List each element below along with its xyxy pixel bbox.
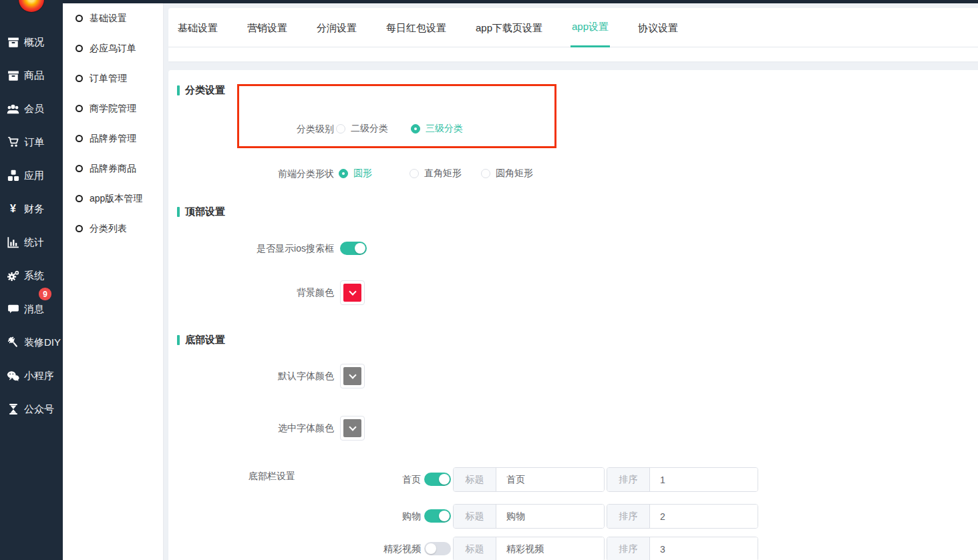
- tab-daily-redpacket-settings[interactable]: 每日红包设置: [385, 8, 448, 47]
- circle-icon: [75, 75, 83, 82]
- sort-input[interactable]: [650, 537, 758, 560]
- default-font-color-label: 默认字体颜色: [168, 369, 334, 382]
- radio-option-label: 圆角矩形: [496, 168, 533, 180]
- tab-agreement-settings[interactable]: 协议设置: [637, 8, 679, 47]
- radio-option-label: 直角矩形: [424, 168, 462, 180]
- title-input[interactable]: [496, 468, 605, 491]
- section-marker: [177, 207, 180, 217]
- submenu-item-app-version[interactable]: app版本管理: [63, 184, 163, 214]
- sort-prepend-label: 排序: [607, 505, 650, 528]
- sidebar-item-system[interactable]: 系统: [0, 259, 63, 292]
- section-marker: [177, 85, 180, 95]
- radio-option-three-level[interactable]: 三级分类: [411, 122, 463, 135]
- radio-option-label: 二级分类: [351, 123, 388, 135]
- color-swatch: [343, 367, 361, 385]
- title-input-group: 标题: [453, 537, 605, 560]
- title-input[interactable]: [496, 537, 605, 560]
- submenu-item-label: 品牌券商品: [90, 163, 136, 175]
- default-font-color-picker[interactable]: [340, 364, 365, 388]
- radio-option-square-rect[interactable]: 直角矩形: [410, 167, 462, 180]
- sidebar-item-official-account[interactable]: 公众号: [0, 392, 63, 426]
- miniprogram-wechat-icon: [7, 370, 19, 382]
- submenu-item-business-school[interactable]: 商学院管理: [63, 93, 163, 123]
- bar-row-toggle[interactable]: [424, 509, 451, 523]
- app-logo: [19, 0, 44, 12]
- color-swatch: [343, 284, 361, 302]
- sidebar-item-label: 订单: [24, 136, 44, 149]
- submenu-item-biyingniao-orders[interactable]: 必应鸟订单: [63, 33, 163, 63]
- ios-search-toggle[interactable]: [340, 242, 367, 255]
- sort-input-group: 排序: [607, 467, 758, 492]
- finance-yen-icon: ¥: [7, 203, 19, 216]
- sidebar-item-label: 系统: [24, 270, 44, 282]
- sort-input[interactable]: [650, 468, 758, 491]
- section-title: 分类设置: [185, 85, 225, 95]
- sidebar-item-goods[interactable]: 商品: [0, 59, 63, 92]
- sidebar-item-miniprogram[interactable]: 小程序: [0, 359, 63, 392]
- category-shape-label: 前端分类形状: [168, 167, 334, 180]
- sidebar-item-label: 小程序: [24, 370, 54, 382]
- bar-row-toggle[interactable]: [424, 473, 451, 486]
- color-swatch: [343, 419, 361, 437]
- category-level-label: 分类级别: [168, 122, 334, 135]
- submenu-item-label: 分类列表: [90, 223, 127, 235]
- sidebar-item-finance[interactable]: ¥ 财务: [0, 192, 63, 226]
- submenu-item-basic-settings[interactable]: 基础设置: [63, 3, 163, 33]
- sidebar-item-label: 应用: [24, 170, 44, 182]
- decorate-hammer-icon: [7, 336, 19, 349]
- bar-row-name: 首页: [168, 467, 421, 492]
- tab-profit-settings[interactable]: 分润设置: [315, 8, 358, 47]
- circle-icon: [75, 195, 83, 202]
- submenu-item-label: 品牌券管理: [90, 133, 136, 145]
- submenu-item-label: 必应鸟订单: [90, 43, 136, 55]
- tab-app-settings[interactable]: app设置: [570, 8, 610, 47]
- radio-icon: [411, 124, 420, 133]
- selected-font-color-picker[interactable]: [340, 416, 365, 441]
- sidebar-item-label: 会员: [24, 103, 44, 115]
- sidebar-item-messages[interactable]: 9 消息: [0, 292, 63, 326]
- toggle-knob: [355, 243, 365, 254]
- title-input[interactable]: [496, 505, 605, 528]
- chevron-down-icon: [349, 288, 356, 295]
- radio-option-label: 三级分类: [426, 123, 463, 135]
- circle-icon: [75, 105, 83, 112]
- settings-tabs: 基础设置 营销设置 分润设置 每日红包设置 app下载页设置 app设置 协议设…: [176, 8, 679, 47]
- top-header-strip: [0, 0, 978, 3]
- sidebar-item-label: 商品: [24, 69, 44, 82]
- main-content-area: 基础设置 营销设置 分润设置 每日红包设置 app下载页设置 app设置 协议设…: [164, 3, 978, 560]
- tab-basic-settings[interactable]: 基础设置: [176, 8, 219, 47]
- section-header-bottom: 底部设置: [177, 334, 225, 345]
- radio-option-circle[interactable]: 圆形: [339, 167, 372, 180]
- sort-input[interactable]: [650, 505, 758, 528]
- radio-option-rounded-rect[interactable]: 圆角矩形: [481, 167, 533, 180]
- circle-icon: [75, 15, 83, 22]
- sidebar-item-orders[interactable]: 订单: [0, 125, 63, 159]
- bg-color-picker[interactable]: [340, 280, 365, 305]
- tab-app-download-settings[interactable]: app下载页设置: [474, 8, 544, 47]
- stats-chart-icon: [7, 236, 19, 249]
- submenu-item-category-list[interactable]: 分类列表: [63, 214, 163, 244]
- radio-option-two-level[interactable]: 二级分类: [336, 122, 388, 135]
- bar-row-toggle[interactable]: [424, 542, 451, 555]
- main-nav: 概况 商品 会员 订单 应用 ¥ 财务 统计 系统: [0, 25, 63, 426]
- chevron-down-icon: [349, 371, 356, 378]
- sidebar-item-decorate-diy[interactable]: 装修DIY: [0, 326, 63, 359]
- circle-icon: [75, 45, 83, 52]
- section-header-category: 分类设置: [177, 85, 225, 95]
- sidebar-item-overview[interactable]: 概况: [0, 25, 63, 59]
- sidebar-item-apps[interactable]: 应用: [0, 159, 63, 192]
- submenu-item-brand-coupon-goods[interactable]: 品牌券商品: [63, 154, 163, 184]
- submenu-item-brand-coupon-management[interactable]: 品牌券管理: [63, 123, 163, 154]
- sidebar-item-members[interactable]: 会员: [0, 92, 63, 125]
- submenu-item-order-management[interactable]: 订单管理: [63, 63, 163, 93]
- sort-prepend-label: 排序: [607, 537, 650, 560]
- chevron-down-icon: [349, 423, 356, 431]
- red-annotation-rectangle: [237, 84, 556, 148]
- tab-marketing-settings[interactable]: 营销设置: [246, 8, 289, 47]
- radio-icon: [481, 169, 490, 178]
- circle-icon: [75, 225, 83, 232]
- sidebar-item-stats[interactable]: 统计: [0, 226, 63, 259]
- title-input-group: 标题: [453, 467, 605, 492]
- sidebar-item-label: 概况: [24, 36, 44, 49]
- title-prepend-label: 标题: [454, 505, 496, 528]
